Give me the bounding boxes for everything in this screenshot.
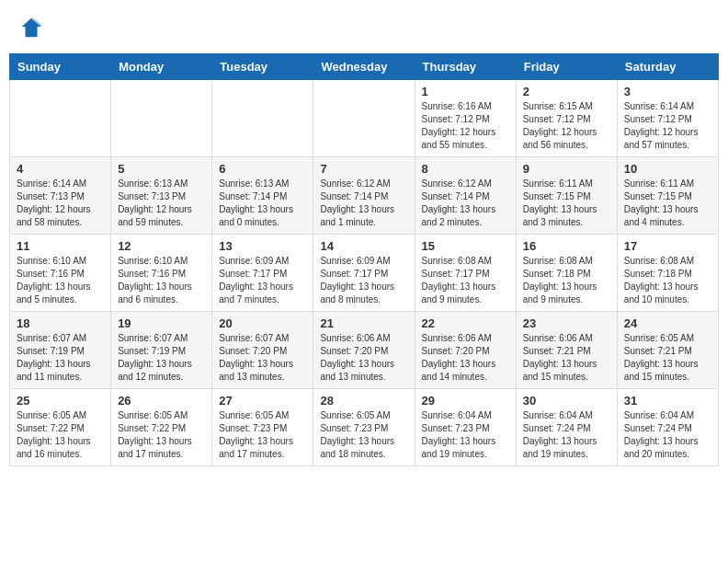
day-info: Sunrise: 6:12 AMSunset: 7:14 PMDaylight:… (422, 178, 509, 229)
day-info: Sunrise: 6:14 AMSunset: 7:13 PMDaylight:… (17, 178, 104, 229)
day-number: 20 (219, 316, 306, 330)
day-number: 24 (624, 316, 711, 330)
day-number: 2 (523, 85, 610, 98)
calendar-cell: 2Sunrise: 6:15 AMSunset: 7:12 PMDaylight… (516, 80, 617, 157)
day-number: 6 (219, 162, 306, 176)
logo (18, 15, 46, 40)
day-info: Sunrise: 6:04 AMSunset: 7:23 PMDaylight:… (422, 409, 509, 461)
day-number: 1 (422, 85, 509, 98)
svg-marker-0 (22, 18, 41, 38)
day-info: Sunrise: 6:16 AMSunset: 7:12 PMDaylight:… (422, 100, 509, 152)
calendar-cell: 23Sunrise: 6:06 AMSunset: 7:21 PMDayligh… (516, 312, 617, 389)
calendar-cell: 1Sunrise: 6:16 AMSunset: 7:12 PMDaylight… (415, 80, 516, 157)
calendar-cell: 13Sunrise: 6:09 AMSunset: 7:17 PMDayligh… (212, 235, 313, 312)
logo-icon (18, 15, 44, 40)
calendar-week-row: 1Sunrise: 6:16 AMSunset: 7:12 PMDaylight… (10, 80, 719, 157)
day-info: Sunrise: 6:04 AMSunset: 7:24 PMDaylight:… (523, 409, 610, 461)
col-header-tuesday: Tuesday (212, 54, 313, 80)
day-info: Sunrise: 6:11 AMSunset: 7:15 PMDaylight:… (624, 178, 711, 229)
calendar-cell: 29Sunrise: 6:04 AMSunset: 7:23 PMDayligh… (415, 389, 516, 466)
col-header-thursday: Thursday (415, 54, 516, 80)
calendar-cell: 15Sunrise: 6:08 AMSunset: 7:17 PMDayligh… (415, 235, 516, 312)
col-header-friday: Friday (516, 54, 617, 80)
calendar-cell: 14Sunrise: 6:09 AMSunset: 7:17 PMDayligh… (313, 235, 415, 312)
calendar-cell: 28Sunrise: 6:05 AMSunset: 7:23 PMDayligh… (313, 389, 415, 466)
day-number: 25 (17, 394, 104, 408)
day-number: 29 (422, 394, 509, 408)
day-info: Sunrise: 6:13 AMSunset: 7:14 PMDaylight:… (219, 178, 306, 229)
day-info: Sunrise: 6:07 AMSunset: 7:19 PMDaylight:… (118, 332, 205, 384)
day-number: 12 (118, 239, 205, 253)
calendar-cell: 9Sunrise: 6:11 AMSunset: 7:15 PMDaylight… (516, 157, 617, 235)
day-number: 3 (624, 85, 711, 98)
day-number: 30 (523, 394, 610, 408)
day-info: Sunrise: 6:07 AMSunset: 7:20 PMDaylight:… (219, 332, 306, 384)
calendar-cell: 16Sunrise: 6:08 AMSunset: 7:18 PMDayligh… (516, 235, 617, 312)
calendar-cell (111, 80, 212, 157)
day-number: 5 (118, 162, 205, 176)
calendar-cell: 22Sunrise: 6:06 AMSunset: 7:20 PMDayligh… (415, 312, 516, 389)
calendar-cell: 26Sunrise: 6:05 AMSunset: 7:22 PMDayligh… (111, 389, 212, 466)
day-info: Sunrise: 6:07 AMSunset: 7:19 PMDaylight:… (17, 332, 104, 384)
calendar-cell: 5Sunrise: 6:13 AMSunset: 7:13 PMDaylight… (111, 157, 212, 235)
calendar-cell: 27Sunrise: 6:05 AMSunset: 7:23 PMDayligh… (212, 389, 313, 466)
day-info: Sunrise: 6:08 AMSunset: 7:18 PMDaylight:… (523, 255, 610, 306)
calendar-cell: 11Sunrise: 6:10 AMSunset: 7:16 PMDayligh… (10, 235, 111, 312)
day-info: Sunrise: 6:10 AMSunset: 7:16 PMDaylight:… (17, 255, 104, 306)
day-number: 31 (624, 394, 711, 408)
calendar-cell: 25Sunrise: 6:05 AMSunset: 7:22 PMDayligh… (10, 389, 111, 466)
day-number: 18 (17, 316, 104, 330)
day-number: 22 (422, 316, 509, 330)
calendar-cell: 4Sunrise: 6:14 AMSunset: 7:13 PMDaylight… (10, 157, 111, 235)
day-info: Sunrise: 6:06 AMSunset: 7:20 PMDaylight:… (320, 332, 407, 384)
calendar-cell: 7Sunrise: 6:12 AMSunset: 7:14 PMDaylight… (313, 157, 415, 235)
calendar-header-row: SundayMondayTuesdayWednesdayThursdayFrid… (10, 54, 719, 80)
page-header (9, 9, 719, 46)
day-number: 26 (118, 394, 205, 408)
day-number: 7 (320, 162, 407, 176)
day-info: Sunrise: 6:09 AMSunset: 7:17 PMDaylight:… (320, 255, 407, 306)
day-info: Sunrise: 6:14 AMSunset: 7:12 PMDaylight:… (624, 100, 711, 152)
calendar-cell: 20Sunrise: 6:07 AMSunset: 7:20 PMDayligh… (212, 312, 313, 389)
day-number: 21 (320, 316, 407, 330)
day-info: Sunrise: 6:06 AMSunset: 7:21 PMDaylight:… (523, 332, 610, 384)
calendar-cell: 18Sunrise: 6:07 AMSunset: 7:19 PMDayligh… (10, 312, 111, 389)
day-number: 8 (422, 162, 509, 176)
day-number: 17 (624, 239, 711, 253)
day-number: 9 (523, 162, 610, 176)
day-info: Sunrise: 6:15 AMSunset: 7:12 PMDaylight:… (523, 100, 610, 152)
day-number: 23 (523, 316, 610, 330)
day-number: 27 (219, 394, 306, 408)
calendar-cell: 17Sunrise: 6:08 AMSunset: 7:18 PMDayligh… (617, 235, 718, 312)
day-info: Sunrise: 6:11 AMSunset: 7:15 PMDaylight:… (523, 178, 610, 229)
day-info: Sunrise: 6:05 AMSunset: 7:21 PMDaylight:… (624, 332, 711, 384)
calendar-week-row: 25Sunrise: 6:05 AMSunset: 7:22 PMDayligh… (10, 389, 719, 466)
col-header-sunday: Sunday (10, 54, 111, 80)
calendar-week-row: 4Sunrise: 6:14 AMSunset: 7:13 PMDaylight… (10, 157, 719, 235)
calendar-table: SundayMondayTuesdayWednesdayThursdayFrid… (9, 53, 719, 466)
day-number: 10 (624, 162, 711, 176)
day-number: 19 (118, 316, 205, 330)
calendar-cell: 31Sunrise: 6:04 AMSunset: 7:24 PMDayligh… (617, 389, 718, 466)
col-header-saturday: Saturday (617, 54, 718, 80)
day-number: 14 (320, 239, 407, 253)
calendar-cell: 3Sunrise: 6:14 AMSunset: 7:12 PMDaylight… (617, 80, 718, 157)
day-number: 15 (422, 239, 509, 253)
day-info: Sunrise: 6:09 AMSunset: 7:17 PMDaylight:… (219, 255, 306, 306)
day-number: 28 (320, 394, 407, 408)
calendar-cell: 30Sunrise: 6:04 AMSunset: 7:24 PMDayligh… (516, 389, 617, 466)
day-info: Sunrise: 6:13 AMSunset: 7:13 PMDaylight:… (118, 178, 205, 229)
calendar-cell (212, 80, 313, 157)
day-number: 16 (523, 239, 610, 253)
calendar-week-row: 11Sunrise: 6:10 AMSunset: 7:16 PMDayligh… (10, 235, 719, 312)
calendar-cell: 12Sunrise: 6:10 AMSunset: 7:16 PMDayligh… (111, 235, 212, 312)
calendar-cell: 19Sunrise: 6:07 AMSunset: 7:19 PMDayligh… (111, 312, 212, 389)
day-info: Sunrise: 6:05 AMSunset: 7:23 PMDaylight:… (219, 409, 306, 461)
day-info: Sunrise: 6:06 AMSunset: 7:20 PMDaylight:… (422, 332, 509, 384)
calendar-cell: 24Sunrise: 6:05 AMSunset: 7:21 PMDayligh… (617, 312, 718, 389)
calendar-cell: 8Sunrise: 6:12 AMSunset: 7:14 PMDaylight… (415, 157, 516, 235)
day-info: Sunrise: 6:10 AMSunset: 7:16 PMDaylight:… (118, 255, 205, 306)
col-header-monday: Monday (111, 54, 212, 80)
day-info: Sunrise: 6:05 AMSunset: 7:23 PMDaylight:… (320, 409, 407, 461)
day-info: Sunrise: 6:08 AMSunset: 7:17 PMDaylight:… (422, 255, 509, 306)
